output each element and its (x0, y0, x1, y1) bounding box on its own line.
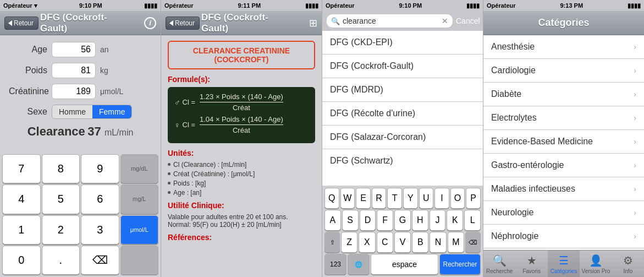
vkey-e[interactable]: E (356, 188, 371, 209)
key-8[interactable]: 8 (42, 154, 80, 183)
result-1[interactable]: DFG (Cockroft-Gault) (322, 55, 483, 78)
vkey-search[interactable]: Rechercher (439, 254, 481, 275)
back-button-1[interactable]: Retour (4, 17, 38, 30)
creatinine-input[interactable] (52, 84, 96, 99)
key-4[interactable]: 4 (2, 184, 41, 214)
vkey-n[interactable]: N (430, 232, 446, 253)
cat-item-7[interactable]: Neurologie › (483, 201, 644, 225)
cat-label-1: Cardiologie (491, 66, 536, 75)
vkey-o[interactable]: O (450, 188, 465, 209)
references-title: Références: (168, 233, 315, 242)
vkey-q[interactable]: Q (324, 188, 339, 209)
vkey-globe[interactable]: 🌐 (348, 254, 370, 275)
cat-item-4[interactable]: Evidence-Based Medicine › (483, 130, 644, 154)
cat-item-2[interactable]: Diabète › (483, 83, 644, 106)
vkey-space[interactable]: espace (371, 254, 438, 275)
vkey-f[interactable]: F (377, 210, 393, 231)
bullet-2 (168, 182, 170, 184)
vkey-u[interactable]: U (419, 188, 434, 209)
cat-item-6[interactable]: Maladies infectieuses › (483, 177, 644, 201)
female-formula-row: ♀ Cl = 1.04 × Poids × (140 - Age) Créat (174, 115, 309, 134)
cat-item-0[interactable]: Anesthésie › (483, 35, 644, 59)
vkey-y[interactable]: Y (403, 188, 418, 209)
male-numerator: 1.23 × Poids × (140 - Age) (200, 93, 283, 102)
vkey-i[interactable]: I (434, 188, 449, 209)
vkey-v[interactable]: V (394, 232, 411, 253)
key-dot[interactable]: . (42, 246, 80, 275)
tab-recherche[interactable]: 🔍 Recherche (483, 251, 515, 277)
chalkboard: ♂ Cl = 1.23 × Poids × (140 - Age) Créat … (168, 87, 315, 143)
categories-nav: Catégories (483, 11, 644, 35)
key-6[interactable]: 6 (81, 184, 119, 214)
utilite-text: Valable pour adultes entre 20 et 100 ans… (168, 213, 315, 229)
clearance-result: Clearance 37 mL/min (9, 124, 152, 139)
result-5[interactable]: DFG (Schwartz) (322, 149, 483, 172)
femme-button[interactable]: Femme (92, 105, 131, 118)
status-right-2: ▮▮▮▮ (305, 2, 318, 9)
tab-recherche-label: Recherche (486, 268, 513, 274)
vkey-k[interactable]: K (447, 210, 463, 231)
key-7[interactable]: 7 (2, 154, 41, 183)
key-2[interactable]: 2 (42, 215, 80, 245)
poids-input[interactable] (52, 63, 96, 78)
vkey-b[interactable]: B (412, 232, 428, 253)
status-left-1: Opérateur ▾ (3, 2, 37, 9)
vkey-c[interactable]: C (377, 232, 393, 253)
result-3[interactable]: DFG (Récolte d'urine) (322, 102, 483, 126)
vkey-d[interactable]: D (360, 210, 376, 231)
vkey-p[interactable]: P (466, 188, 481, 209)
key-1[interactable]: 1 (2, 215, 41, 245)
result-0[interactable]: DFG (CKD-EPI) (322, 31, 483, 55)
back-label-2: Retour (175, 19, 195, 27)
vkey-x[interactable]: X (359, 232, 375, 253)
search-bar: 🔍 ✕ Cancel (322, 11, 483, 31)
result-2[interactable]: DFG (MDRD) (322, 78, 483, 102)
status-bar-3: Opérateur 9:10 PM ▮▮▮▮ (322, 0, 483, 11)
cat-item-8[interactable]: Néphrologie › (483, 225, 644, 248)
formula-title-line1: CLEARANCE CREATININE (173, 46, 310, 55)
homme-button[interactable]: Homme (52, 105, 92, 118)
vkey-shift[interactable]: ⇧ (324, 232, 340, 253)
tab-categories[interactable]: ☰ Catégories (548, 251, 580, 277)
vkey-w[interactable]: W (340, 188, 355, 209)
vkey-m[interactable]: M (448, 232, 464, 253)
key-unit-mgdl[interactable]: mg/dL (120, 154, 159, 183)
cancel-button[interactable]: Cancel (456, 17, 480, 25)
vkey-t[interactable]: T (387, 188, 402, 209)
cat-item-3[interactable]: Electrolytes › (483, 106, 644, 130)
vkey-123[interactable]: 123 (324, 254, 346, 275)
key-0[interactable]: 0 (2, 246, 41, 275)
tab-version-pro[interactable]: 👤 Version Pro (580, 251, 612, 277)
battery-icon-3: ▮▮▮▮ (466, 2, 480, 9)
key-unit-mgl[interactable]: mg/L (120, 184, 159, 214)
key-5[interactable]: 5 (42, 184, 80, 214)
result-4[interactable]: DFG (Salazar-Corcoran) (322, 126, 483, 149)
vkey-h[interactable]: H (412, 210, 428, 231)
panel-categories: Opérateur 9:13 PM ▮▮▮▮ Catégories Anesth… (483, 0, 644, 277)
time-4: 9:13 PM (560, 2, 584, 9)
vkey-g[interactable]: G (394, 210, 411, 231)
cat-item-1[interactable]: Cardiologie › (483, 59, 644, 83)
key-backspace[interactable]: ⌫ (81, 246, 119, 275)
vkey-l[interactable]: L (464, 210, 481, 231)
key-unit-umol[interactable]: μmol/L (120, 215, 159, 245)
back-button-2[interactable]: Retour (166, 17, 200, 30)
vkey-r[interactable]: R (372, 188, 387, 209)
key-3[interactable]: 3 (81, 215, 119, 245)
age-input[interactable] (52, 42, 96, 57)
info-button-1[interactable]: i (144, 17, 156, 29)
vkey-s[interactable]: S (342, 210, 359, 231)
vkey-delete[interactable]: ⌫ (465, 232, 481, 253)
vkey-j[interactable]: J (430, 210, 446, 231)
grid-button-2[interactable]: ⊞ (309, 17, 317, 29)
search-clear-button[interactable]: ✕ (442, 17, 448, 25)
tab-favoris[interactable]: ★ Favoris (515, 251, 547, 277)
tab-info[interactable]: ⚙ Info (612, 251, 644, 277)
key-9[interactable]: 9 (81, 154, 119, 183)
search-results: DFG (CKD-EPI) DFG (Cockroft-Gault) DFG (… (322, 31, 483, 186)
search-input[interactable] (343, 17, 439, 25)
vkey-z[interactable]: Z (341, 232, 357, 253)
status-left-4: Opérateur (487, 2, 516, 9)
vkey-a[interactable]: A (324, 210, 341, 231)
cat-item-5[interactable]: Gastro-entérologie › (483, 154, 644, 177)
